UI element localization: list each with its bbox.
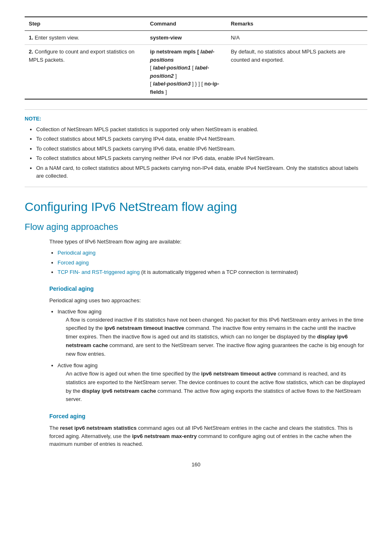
command-cell: ip netstream mpls [ label-positions [ la… (146, 45, 227, 100)
forced-bold1: reset ipv6 netstream statistics (60, 425, 136, 431)
note-item: To collect statistics about MPLS packets… (36, 154, 367, 162)
col-step: Step (25, 17, 146, 30)
inactive-title: Inactive flow aging (58, 308, 101, 315)
config-table: Step Command Remarks 1. Enter system vie… (25, 16, 367, 100)
inactive-flow-item: Inactive flow aging A flow is considered… (58, 308, 367, 358)
remarks-cell: N/A (227, 30, 367, 45)
forced-aging-text: The reset ipv6 netstream statistics comm… (49, 424, 367, 448)
forced-aging-body: The reset ipv6 netstream statistics comm… (49, 424, 367, 448)
step-cell: 1. Enter system view. (25, 30, 146, 45)
note-item: To collect statistics about MPLS packets… (36, 145, 367, 153)
forced-aging-link[interactable]: Forced aging (58, 260, 89, 266)
periodical-aging-body: Periodical aging uses two approaches: In… (49, 297, 367, 404)
note-item: On a NAM card, to collect statistics abo… (36, 164, 367, 180)
active-title: Active flow aging (58, 362, 98, 368)
forced-aging-heading: Forced aging (49, 412, 367, 421)
periodical-aging-section: Periodical aging Periodical aging uses t… (25, 285, 367, 404)
command-line2: [ label-position1 [ label-position2 ] (150, 65, 209, 79)
periodical-intro: Periodical aging uses two approaches: (49, 297, 367, 305)
tcp-aging-suffix: (it is automatically triggered when a TC… (140, 269, 298, 275)
active-flow-item: Active flow aging An active flow is aged… (58, 362, 367, 404)
command-text: system-view (150, 35, 182, 41)
list-item-periodical: Periodical aging (58, 249, 367, 257)
col-command: Command (146, 17, 227, 30)
step-description: Configure to count and export statistics… (29, 49, 134, 63)
step-number: 2. (29, 49, 33, 55)
forced-bold2: ipv6 netstream max-entry (132, 433, 197, 439)
tcp-aging-link[interactable]: TCP FIN- and RST-triggered aging (58, 269, 140, 275)
active-bold2: display ipv6 netstream cache (82, 388, 156, 394)
note-box: NOTE: Collection of NetStream MPLS packe… (25, 109, 367, 187)
forced-aging-section: Forced aging The reset ipv6 netstream st… (25, 412, 367, 448)
note-list: Collection of NetStream MPLS packet stat… (25, 125, 367, 180)
note-label: NOTE: (25, 115, 367, 123)
inactive-body: A flow is considered inactive if its sta… (66, 316, 367, 359)
note-item: Collection of NetStream MPLS packet stat… (36, 125, 367, 134)
col-remarks: Remarks (227, 17, 367, 30)
list-item-tcp: TCP FIN- and RST-triggered aging (it is … (58, 268, 367, 276)
intro-text: Three types of IPv6 NetStream flow aging… (49, 238, 367, 246)
list-item-forced: Forced aging (58, 259, 367, 267)
step-number: 1. (29, 35, 33, 41)
table-row: 2. Configure to count and export statist… (25, 45, 367, 100)
note-item: To collect statistics about MPLS packets… (36, 135, 367, 143)
command-text: ip netstream mpls [ label-positions (150, 49, 214, 63)
table-row: 1. Enter system view. system-view N/A (25, 30, 367, 45)
step-cell: 2. Configure to count and export statist… (25, 45, 146, 100)
sub-heading: Flow aging approaches (25, 220, 367, 234)
step-description: Enter system view. (35, 35, 79, 41)
periodical-aging-heading: Periodical aging (49, 285, 367, 293)
active-body: An active flow is aged out when the time… (66, 370, 367, 404)
page-number: 160 (25, 461, 367, 469)
command-line3: [ label-position3 ] } ] [ no-ip-fields ] (150, 81, 219, 95)
periodical-aging-link[interactable]: Periodical aging (58, 250, 96, 256)
periodical-items: Inactive flow aging A flow is considered… (49, 308, 367, 404)
active-bold1: ipv6 netstream timeout active (201, 371, 277, 377)
inactive-bold1: ipv6 netstream timeout inactive (104, 325, 184, 331)
main-heading: Configuring IPv6 NetStream flow aging (25, 199, 367, 214)
command-cell: system-view (146, 30, 227, 45)
flow-types-list: Periodical aging Forced aging TCP FIN- a… (25, 249, 367, 276)
remarks-cell: By default, no statistics about MPLS pac… (227, 45, 367, 100)
